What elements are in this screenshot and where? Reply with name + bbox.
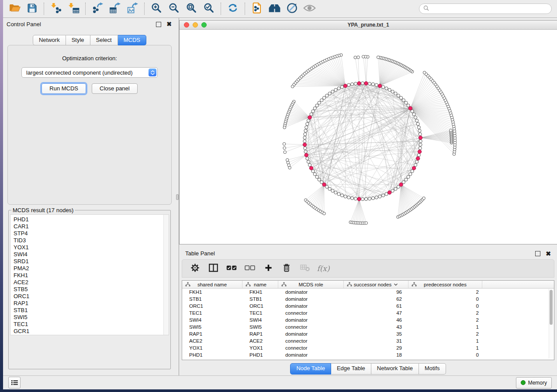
mcds-result-item[interactable]: TEC1: [14, 321, 169, 328]
mcds-result-item[interactable]: GCR1: [14, 328, 169, 335]
column-settings-button[interactable]: [187, 261, 203, 275]
mcds-result-item[interactable]: PHD1: [14, 216, 169, 223]
table-row[interactable]: FKH1FKH1dominator962: [182, 289, 554, 296]
network-window-titlebar[interactable]: YPA_prune.txt_1: [180, 21, 557, 30]
zoom-selected-button[interactable]: [200, 2, 218, 16]
tab-network[interactable]: Network: [33, 35, 66, 45]
mcds-result-item[interactable]: YOX1: [14, 244, 169, 251]
mcds-result-item[interactable]: FKH1: [14, 272, 169, 279]
table-tab-node-table[interactable]: Node Table: [290, 363, 331, 375]
attribute-tree-icon: [185, 282, 190, 287]
mcds-result-item[interactable]: CAR1: [14, 223, 169, 230]
mcds-result-item[interactable]: RAP1: [14, 300, 169, 307]
window-maximize-icon[interactable]: [201, 22, 207, 28]
tab-style[interactable]: Style: [66, 35, 90, 45]
save-icon: [27, 3, 38, 15]
float-panel-icon[interactable]: [156, 22, 161, 27]
table-row[interactable]: SWI4SWI4dominator462: [182, 316, 554, 323]
deselect-all-button[interactable]: [242, 261, 258, 275]
mcds-result-list[interactable]: PHD1CAR1STP4TID3YOX1SWI4SRD1PMA2FKH1ACE2…: [10, 214, 169, 335]
zoom-fit-button[interactable]: [183, 2, 200, 16]
save-session-button[interactable]: [23, 2, 41, 16]
column-header-MCDS-role[interactable]: MCDS role: [278, 281, 344, 288]
column-header-name[interactable]: name: [242, 281, 278, 288]
import-network-button[interactable]: [47, 2, 65, 16]
search-box[interactable]: [419, 3, 552, 14]
attribute-tree-icon: [281, 282, 287, 287]
task-history-button[interactable]: [8, 377, 21, 389]
table-tab-network-table[interactable]: Network Table: [371, 363, 419, 375]
export-image-button[interactable]: [124, 2, 141, 16]
control-panel-tabs: NetworkStyleSelectMCDS: [3, 35, 176, 45]
mcds-result-item[interactable]: PMA2: [14, 265, 169, 272]
export-network-button[interactable]: [89, 2, 106, 16]
import-table-button[interactable]: [65, 2, 82, 16]
mcds-result-item[interactable]: STP4: [14, 230, 169, 237]
network-search-button[interactable]: [266, 2, 283, 16]
table-row[interactable]: RAP1RAP1dominator352: [182, 330, 554, 337]
memory-button[interactable]: Memory: [516, 377, 552, 389]
search-input[interactable]: [431, 5, 547, 12]
delete-column-button[interactable]: [278, 261, 295, 275]
table-row[interactable]: ACE2ACE2connector311: [182, 337, 554, 344]
column-header-shared-name[interactable]: shared name: [182, 281, 242, 288]
apply-layout-button[interactable]: [224, 2, 242, 16]
delete-table-button: [297, 261, 313, 275]
export-table-button[interactable]: [106, 2, 124, 16]
close-panel-button[interactable]: Close panel: [92, 83, 138, 94]
close-table-panel-icon[interactable]: ✖: [546, 251, 551, 256]
attribute-tree-icon: [347, 282, 352, 287]
table-cell: YOX1: [242, 344, 278, 351]
zoom-out-button[interactable]: [165, 2, 183, 16]
column-header-predecessor-nodes[interactable]: predecessor nodes: [408, 281, 482, 288]
mcds-result-item[interactable]: ACE2: [14, 279, 169, 286]
network-canvas[interactable]: [180, 30, 557, 244]
window-minimize-icon[interactable]: [193, 22, 198, 28]
splitter-handle[interactable]: [176, 194, 179, 200]
table-row[interactable]: YOX1YOX1connector291: [182, 344, 554, 351]
tab-select[interactable]: Select: [90, 35, 118, 45]
mcds-result-item[interactable]: SRD1: [14, 258, 169, 265]
mcds-result-item[interactable]: ORC1: [14, 293, 169, 300]
column-header-successor-nodes[interactable]: successor nodes: [344, 281, 408, 288]
table-row[interactable]: TEC1TEC1connector472: [182, 309, 554, 316]
optimization-criterion-select[interactable]: largest connected component (undirected): [21, 67, 158, 78]
add-column-button[interactable]: [260, 261, 277, 275]
mcds-result-item[interactable]: STB1: [14, 307, 169, 314]
open-file-button[interactable]: [6, 2, 23, 16]
table-scrollbar-thumb[interactable]: [550, 290, 553, 325]
table-tab-edge-table[interactable]: Edge Table: [331, 363, 371, 375]
tab-mcds[interactable]: MCDS: [118, 35, 146, 45]
float-table-panel-icon[interactable]: [535, 251, 540, 256]
table-tab-motifs[interactable]: Motifs: [419, 363, 446, 375]
table-row[interactable]: PHD1PHD1dominator180: [182, 351, 554, 358]
run-mcds-button[interactable]: Run MCDS: [42, 83, 86, 94]
table-row[interactable]: ORC1ORC1dominator610: [182, 303, 554, 309]
zoom-in-button[interactable]: [148, 2, 165, 16]
toggle-panes-button[interactable]: [205, 261, 221, 275]
window-close-icon[interactable]: [184, 22, 189, 28]
table-cell: SWI5: [182, 323, 242, 330]
table-cell: PHD1: [182, 351, 242, 358]
mcds-result-item[interactable]: TID3: [14, 237, 169, 244]
mcds-list-scrollbar[interactable]: [163, 215, 169, 335]
mcds-result-item[interactable]: STB5: [14, 286, 169, 293]
table-row[interactable]: STB1STB1dominator620: [182, 296, 554, 303]
table-tabs: Node TableEdge TableNetwork TableMotifs: [182, 363, 554, 375]
vizmapper-button[interactable]: [283, 2, 301, 16]
mcds-result-item[interactable]: SWI5: [14, 314, 169, 321]
table-cell: 61: [344, 303, 408, 309]
table-cell: connector: [278, 309, 344, 316]
column-label: predecessor nodes: [424, 282, 467, 287]
table-cell: 1: [408, 337, 482, 344]
select-all-button[interactable]: [223, 261, 240, 275]
share-network-button[interactable]: [248, 2, 266, 16]
table-row[interactable]: SWI5SWI5connector431: [182, 323, 554, 330]
close-panel-icon[interactable]: ✖: [166, 21, 172, 27]
zoom-in-icon: [151, 2, 162, 15]
table-scrollbar[interactable]: [549, 289, 554, 358]
mcds-result-item[interactable]: SWI4: [14, 251, 169, 258]
panel-splitter[interactable]: [176, 18, 179, 375]
network-graph[interactable]: [180, 30, 557, 244]
table-cell: 31: [344, 337, 408, 344]
